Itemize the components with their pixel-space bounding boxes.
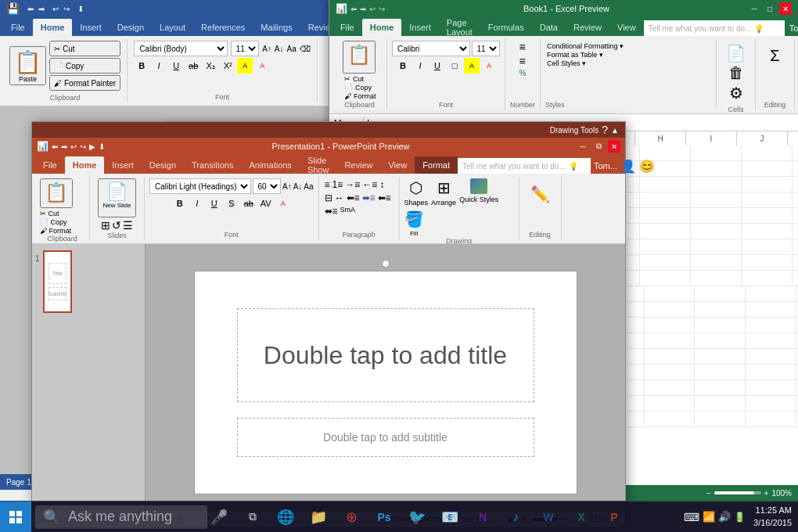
ppt-cut-btn[interactable]: ✂ Cut <box>40 210 71 217</box>
taskbar-icon-word[interactable]: W <box>533 501 564 533</box>
ppt-copy-btn[interactable]: 📄 Copy <box>40 218 71 226</box>
keyboard-icon[interactable]: ⌨ <box>684 511 699 523</box>
word-tab-home[interactable]: Home <box>33 19 73 36</box>
ppt-subtitle-textbox[interactable]: Double tap to add subtitle <box>237 418 534 457</box>
excel-maximize[interactable]: □ <box>764 2 776 15</box>
ppt-text-convert-btn[interactable]: SmA <box>340 205 357 217</box>
ppt-shape-fill-btn[interactable]: 🪣 Fill <box>404 210 424 237</box>
taskbar-icon-chrome[interactable]: ⊕ <box>336 501 367 533</box>
excel-tab-pagelayout[interactable]: Page Layout <box>439 19 480 36</box>
font-grow-btn[interactable]: A↑ <box>262 45 271 53</box>
excel-cell-styles[interactable]: Cell Styles ▾ <box>547 59 624 67</box>
ppt-font-grow-btn[interactable]: A↑ <box>282 182 292 191</box>
cortana-mic-icon[interactable]: 🎤 <box>207 501 231 533</box>
bold-btn[interactable]: B <box>134 58 149 74</box>
ppt-align-right-btn[interactable]: ⬅≡ <box>377 192 392 204</box>
ppt-search-box[interactable]: Tell me what you want to do... 💡 <box>458 158 591 174</box>
ppt-fontcolor-btn[interactable]: A <box>275 196 291 211</box>
highlight-btn[interactable]: A <box>237 58 253 74</box>
italic-btn[interactable]: I <box>151 58 167 74</box>
excel-tab-home[interactable]: Home <box>362 19 402 36</box>
excel-conditional-formatting[interactable]: Conditional Formatting ▾ <box>547 42 624 50</box>
ppt-slide-area[interactable]: Double tap to add title Double tap to ad… <box>194 271 577 494</box>
ppt-new-slide-btn[interactable]: 📄 New Slide <box>98 178 135 217</box>
word-cut-btn[interactable]: ✂Cut <box>49 41 120 56</box>
ppt-title-textbox[interactable]: Double tap to add title <box>237 308 534 402</box>
font-color-btn[interactable]: A <box>254 58 270 74</box>
excel-close[interactable]: ✕ <box>779 2 792 15</box>
excel-zoom-out-btn[interactable]: − <box>706 489 711 498</box>
ppt-window-controls[interactable]: ─ ⧉ ✕ <box>577 140 620 153</box>
taskbar-icon-twitter[interactable]: 🐦 <box>401 501 433 533</box>
ppt-minimize-btn[interactable]: ─ <box>577 140 589 153</box>
taskbar-icon-excel[interactable]: X <box>566 501 597 533</box>
ppt-numbering-btn[interactable]: 1≡ <box>332 178 344 191</box>
ppt-paste-btn[interactable]: 📋 <box>40 178 73 208</box>
taskbar-icon-onenote[interactable]: N <box>467 501 498 533</box>
change-case-btn[interactable]: Aa <box>286 45 296 53</box>
ppt-align-left-btn[interactable]: ⬅≡ <box>346 192 361 204</box>
ppt-layout-icon[interactable]: ⊞ <box>101 219 110 232</box>
word-tab-file[interactable]: File <box>3 19 33 36</box>
excel-tab-formulas[interactable]: Formulas <box>480 19 532 36</box>
excel-underline-btn[interactable]: U <box>430 58 445 74</box>
ppt-outdent-btn[interactable]: ←≡ <box>361 178 378 191</box>
font-shrink-btn[interactable]: A↓ <box>275 45 284 53</box>
ppt-editing-icon[interactable]: ✏️ <box>524 178 556 210</box>
ppt-tab-home[interactable]: Home <box>65 156 105 174</box>
taskbar-icon-explorer[interactable]: 📁 <box>303 501 334 533</box>
word-format-painter-btn[interactable]: 🖌Format Painter <box>49 75 120 91</box>
ppt-bullets-btn[interactable]: ≡ <box>324 178 331 191</box>
superscript-btn[interactable]: X² <box>220 58 235 74</box>
excel-search-box[interactable]: Tell me what you want to do... 💡 <box>644 20 785 36</box>
excel-cut-btn[interactable]: ✂ Cut <box>344 75 376 83</box>
word-font-select[interactable]: Calibri (Body) <box>134 41 228 56</box>
taskbar-icon-photoshop[interactable]: Ps <box>368 501 400 533</box>
excel-border-btn[interactable]: □ <box>447 58 462 74</box>
ppt-underline-btn[interactable]: U <box>207 196 222 211</box>
ppt-tab-format[interactable]: Format <box>415 156 458 174</box>
ppt-tab-design[interactable]: Design <box>142 156 184 174</box>
ppt-restore-btn[interactable]: ⧉ <box>592 140 605 153</box>
taskbar-icon-groove[interactable]: ♪ <box>500 501 531 533</box>
ppt-tab-file[interactable]: File <box>35 156 65 174</box>
ppt-shapes-btn[interactable]: ⬡ Shapes <box>404 178 429 207</box>
ppt-minimize-ribbon-btn[interactable]: ▲ <box>611 126 619 135</box>
ppt-slide-thumb-1[interactable]: Title Subtitle <box>43 250 72 313</box>
ppt-tab-review[interactable]: Review <box>336 156 380 174</box>
taskbar-icon-ie[interactable]: 🌐 <box>270 501 301 533</box>
excel-tab-review[interactable]: Review <box>566 19 609 36</box>
taskbar-icon-ppt[interactable]: P <box>598 501 630 533</box>
excel-fontcolor-btn[interactable]: A <box>481 58 497 74</box>
excel-tab-data[interactable]: Data <box>532 19 566 36</box>
ppt-reset-icon[interactable]: ↺ <box>112 219 121 232</box>
word-tab-layout[interactable]: Layout <box>152 19 193 36</box>
ppt-indent-btn[interactable]: →≡ <box>344 178 361 191</box>
taskbar-icon-mail[interactable]: 📧 <box>434 501 466 533</box>
ppt-close-btn[interactable]: ✕ <box>608 140 620 153</box>
excel-window-controls[interactable]: ─ □ ✕ <box>748 2 792 15</box>
ppt-tab-view[interactable]: View <box>380 156 415 174</box>
word-copy-btn[interactable]: 📄Copy <box>49 58 120 74</box>
subscript-btn[interactable]: X₂ <box>203 58 218 74</box>
volume-icon[interactable]: 🔊 <box>718 511 731 523</box>
excel-format-as-table[interactable]: Format as Table ▾ <box>547 51 624 59</box>
excel-zoom-in-btn[interactable]: + <box>764 489 769 498</box>
ppt-align-center-btn[interactable]: ⬌≡ <box>361 192 376 204</box>
ppt-shadow-btn[interactable]: S <box>224 196 239 211</box>
word-tab-insert[interactable]: Insert <box>72 19 110 36</box>
ppt-text-direction-btn[interactable]: ↔ <box>334 192 345 204</box>
word-fontsize-select[interactable]: 11 <box>231 41 259 56</box>
ppt-font-select[interactable]: Calibri Light (Headings) <box>149 178 251 194</box>
ppt-help-icon[interactable]: ? <box>602 124 608 136</box>
ppt-arrange-btn[interactable]: ⊞ Arrange <box>431 178 456 207</box>
taskbar-time[interactable]: 11:25 AM 3/16/2015 <box>753 505 792 529</box>
strikethrough-btn[interactable]: ab <box>185 58 201 74</box>
excel-tab-file[interactable]: File <box>332 19 362 36</box>
ppt-strikethrough-btn[interactable]: ab <box>241 196 257 211</box>
ppt-tab-insert[interactable]: Insert <box>104 156 142 174</box>
ppt-slide-1-container[interactable]: 1 Title Subtitle <box>35 250 142 316</box>
battery-icon[interactable]: 🔋 <box>734 512 746 523</box>
start-button[interactable] <box>0 501 31 533</box>
ppt-tab-transitions[interactable]: Transitions <box>184 156 241 174</box>
